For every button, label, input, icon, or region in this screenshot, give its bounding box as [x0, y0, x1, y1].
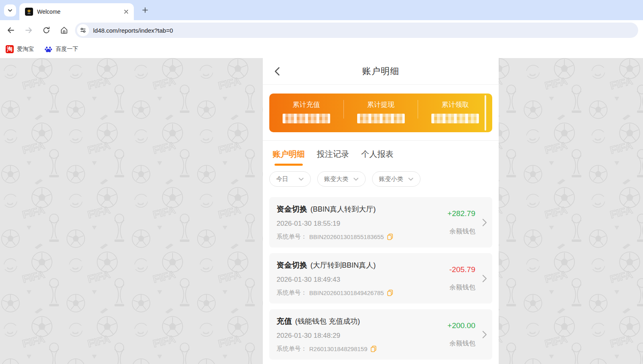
record-wallet: 余额钱包: [449, 283, 475, 292]
chevron-right-icon[interactable]: [482, 218, 487, 227]
copy-icon[interactable]: [387, 289, 393, 296]
page-viewport: FIFA: [0, 58, 643, 364]
copy-icon[interactable]: [387, 233, 393, 240]
summary-stat-value-masked: [283, 114, 330, 123]
site-settings-button[interactable]: [77, 24, 89, 36]
record-time: 2026-01-30 18:48:29: [277, 332, 431, 340]
record-order-label: 系统单号：: [277, 289, 307, 297]
home-button[interactable]: [57, 23, 71, 37]
summary-stat-label: 累计领取: [441, 100, 469, 109]
bookmark-label: 百度一下: [56, 46, 78, 53]
browser-tab-strip: Welcome: [0, 0, 643, 20]
record-right: +282.79 余额钱包: [431, 204, 475, 241]
filter-label: 账变大类: [324, 175, 348, 183]
tab-close-button[interactable]: [123, 8, 130, 15]
chevron-down-icon: [408, 177, 414, 181]
record-type: 充值: [277, 316, 292, 327]
url-text[interactable]: ld48.com/reports/index?tab=0: [93, 27, 173, 34]
chevron-left-icon: [273, 66, 281, 77]
record-amount: +200.00: [447, 321, 475, 330]
record-order-number: R2601301848298159: [309, 345, 367, 352]
browser-toolbar: ld48.com/reports/index?tab=0: [0, 20, 643, 40]
record-list: 资金切换 (BBIN真人转到大厅) 2026-01-30 18:55:19 系统…: [263, 194, 499, 360]
record-item[interactable]: 充值 (钱能钱包 充值成功) 2026-01-30 18:48:29 系统单号：…: [269, 309, 492, 360]
tab-投注记录[interactable]: 投注记录: [317, 149, 349, 166]
record-left: 充值 (钱能钱包 充值成功) 2026-01-30 18:48:29 系统单号：…: [277, 316, 431, 353]
scrollbar-sliver: [485, 95, 486, 131]
copy-icon[interactable]: [370, 345, 377, 352]
summary-stat: 累计充值: [269, 94, 343, 132]
record-time: 2026-01-30 18:55:19: [277, 220, 431, 228]
reload-icon: [42, 26, 51, 35]
record-wallet: 余额钱包: [449, 227, 475, 236]
summary-card: 累计充值累计提现累计领取: [269, 94, 492, 132]
new-tab-button[interactable]: [140, 5, 150, 15]
summary-stat: 累计领取: [418, 94, 492, 132]
record-left: 资金切换 (BBIN真人转到大厅) 2026-01-30 18:55:19 系统…: [277, 204, 431, 241]
summary-stat-value-masked: [431, 114, 479, 123]
filter-label: 账变小类: [379, 175, 403, 183]
summary-stat-label: 累计充值: [293, 100, 320, 109]
site-favicon: [25, 8, 33, 16]
bookmark-item[interactable]: 淘爱淘宝: [6, 45, 34, 53]
tab-active-underline: [275, 164, 303, 166]
bookmark-item[interactable]: 百度一下: [44, 45, 78, 53]
record-order-label: 系统单号：: [277, 345, 307, 353]
tab-个人报表[interactable]: 个人报表: [361, 149, 393, 166]
chevron-right-icon[interactable]: [482, 331, 487, 339]
tab-账户明细[interactable]: 账户明细: [273, 149, 305, 166]
record-order-label: 系统单号：: [277, 233, 307, 241]
report-tabs: 账户明细投注记录个人报表: [263, 141, 499, 166]
record-right: +200.00 余额钱包: [431, 316, 475, 353]
page-header: 账户明细: [263, 58, 499, 85]
baidu-paw-icon: [44, 45, 52, 53]
filter-label: 今日: [276, 175, 288, 183]
record-item[interactable]: 资金切换 (BBIN真人转到大厅) 2026-01-30 18:55:19 系统…: [269, 197, 492, 248]
record-wallet: 余额钱包: [449, 339, 475, 348]
close-icon: [124, 9, 129, 14]
record-type: 资金切换: [277, 260, 307, 270]
filter-dropdown[interactable]: 今日: [269, 171, 311, 187]
tab-label: 账户明细: [273, 149, 305, 164]
summary-stat-label: 累计提现: [367, 100, 395, 109]
page-title: 账户明细: [362, 65, 400, 77]
back-nav-button[interactable]: [272, 66, 283, 77]
record-amount: +282.79: [447, 209, 475, 218]
summary-stat: 累计提现: [344, 94, 418, 132]
record-type: 资金切换: [277, 204, 307, 214]
back-button[interactable]: [4, 23, 18, 37]
taobao-icon: 淘: [6, 45, 14, 53]
chevron-right-icon[interactable]: [482, 275, 487, 283]
app-content: 账户明细 累计充值累计提现累计领取 账户明细投注记录个人报表 今日账变大类账变小…: [263, 58, 499, 364]
forward-button[interactable]: [22, 23, 35, 37]
bookmark-label: 爱淘宝: [17, 46, 34, 53]
record-time: 2026-01-30 18:49:43: [277, 276, 431, 284]
chevron-down-icon: [7, 8, 13, 13]
tab-active-underline: [319, 164, 347, 166]
record-right: -205.79 余额钱包: [431, 260, 475, 297]
tab-active-underline: [363, 164, 391, 166]
filter-dropdown[interactable]: 账变小类: [372, 171, 420, 187]
summary-stat-value-masked: [357, 114, 405, 123]
arrow-left-icon: [6, 26, 15, 35]
chevron-down-icon: [353, 177, 359, 181]
record-amount: -205.79: [449, 265, 475, 274]
address-bar[interactable]: ld48.com/reports/index?tab=0: [75, 23, 638, 38]
tune-icon: [80, 27, 86, 33]
tab-label: 投注记录: [317, 149, 349, 164]
plus-icon: [142, 7, 148, 13]
tab-label: 个人报表: [361, 149, 393, 164]
home-icon: [60, 26, 69, 35]
record-order-number: BBIN202601301849426785: [309, 289, 384, 296]
filters-row: 今日账变大类账变小类: [263, 166, 499, 194]
browser-tab[interactable]: Welcome: [19, 3, 134, 20]
record-left: 资金切换 (大厅转到BBIN真人) 2026-01-30 18:49:43 系统…: [277, 260, 431, 297]
record-order-number: BBIN202601301855183655: [309, 233, 384, 240]
record-note: (BBIN真人转到大厅): [310, 204, 376, 214]
reload-button[interactable]: [40, 23, 53, 37]
bookmarks-bar: 淘爱淘宝百度一下: [0, 40, 643, 58]
filter-dropdown[interactable]: 账变大类: [317, 171, 366, 187]
favicon-trophy-icon: [26, 9, 32, 15]
tab-strip-chevron-button[interactable]: [4, 4, 16, 17]
record-item[interactable]: 资金切换 (大厅转到BBIN真人) 2026-01-30 18:49:43 系统…: [269, 253, 492, 304]
